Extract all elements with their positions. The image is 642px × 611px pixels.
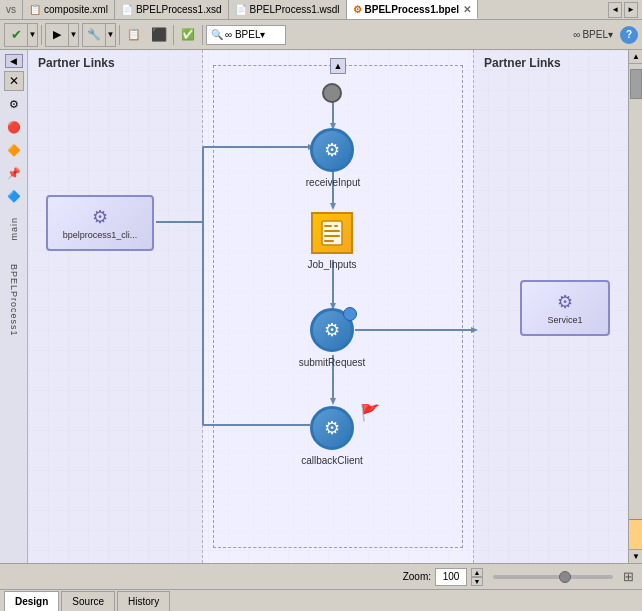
help-button[interactable]: ? [620, 26, 638, 44]
dropdown-label: ∞ BPEL▾ [225, 29, 265, 40]
svg-rect-19 [334, 225, 338, 227]
tab-bpel[interactable]: ⚙ BPELProcess1.bpel ✕ [347, 0, 478, 19]
toolbar-btn-4[interactable]: ⬛ [148, 24, 170, 46]
zoom-up-btn[interactable]: ▲ [471, 568, 483, 577]
receive-input-node[interactable]: ⚙ [310, 128, 354, 172]
submit-badge [343, 307, 357, 321]
palette-label-bpel: BPELProcess1 [9, 264, 19, 337]
palette-icon-5[interactable]: 📌 [4, 163, 24, 183]
zoom-fit-icon[interactable]: ⊞ [623, 569, 634, 584]
partner-box-right[interactable]: ⚙ Service1 [520, 280, 610, 336]
zoom-input[interactable] [435, 568, 467, 586]
palette-label-main: main [9, 217, 19, 241]
palette-icon-4[interactable]: 🔶 [4, 140, 24, 160]
partner-box-right-icon: ⚙ [557, 291, 573, 313]
dropdown-icon: 🔍 [211, 29, 223, 40]
xsd-icon: 📄 [121, 4, 133, 15]
scroll-track [629, 64, 642, 519]
scroll-thumb[interactable] [630, 69, 642, 99]
receive-input-icon: ⚙ [324, 139, 340, 161]
run-button[interactable]: ▶ [46, 24, 68, 46]
toolbar-btn-3[interactable]: 📋 [123, 24, 145, 46]
history-tab-label: History [128, 596, 159, 607]
save-dropdown[interactable]: ▼ [27, 24, 37, 46]
zoom-spinner: ▲ ▼ [471, 568, 483, 586]
tab-scroll-left[interactable]: ◄ [608, 2, 622, 18]
scroll-down-btn[interactable]: ▼ [629, 549, 642, 563]
status-bar: Zoom: ▲ ▼ ⊞ [0, 563, 642, 589]
partner-box-left[interactable]: ⚙ bpelprocess1_cli... [46, 195, 154, 251]
component-dropdown[interactable]: 🔍 ∞ BPEL▾ [206, 25, 286, 45]
right-edge-bar [629, 519, 642, 549]
wsdl-icon: 📄 [235, 4, 247, 15]
partner-box-left-icon: ⚙ [92, 206, 108, 228]
canvas-area: Partner Links ⚙ bpelprocess1_cli... ▲ Pa… [28, 50, 628, 563]
receive-input-label: receiveInput [286, 177, 380, 188]
tab-nav-buttons: ◄ ► [604, 0, 642, 19]
tab-bar: vs 📋 composite.xml 📄 BPELProcess1.xsd 📄 … [0, 0, 642, 20]
bpel-close[interactable]: ✕ [463, 4, 471, 15]
callback-label: callbackClient [283, 455, 381, 466]
start-node [322, 83, 342, 103]
collapse-palette-btn[interactable]: ◀ [5, 54, 23, 68]
callback-flag: 🚩 [360, 403, 380, 422]
process-area: ▲ [203, 50, 473, 563]
process-collapse-btn[interactable]: ▲ [330, 58, 346, 74]
save-btn-group: ✔ ▼ [4, 23, 38, 47]
design-tab-label: Design [15, 596, 48, 607]
callback-node[interactable]: ⚙ [310, 406, 354, 450]
validate-button[interactable]: ✅ [177, 24, 199, 46]
svg-rect-21 [324, 235, 340, 237]
left-palette: ◀ ✕ ⚙ 🔴 🔶 📌 🔷 main BPELProcess1 [0, 50, 28, 563]
svg-rect-20 [324, 230, 340, 232]
palette-icon-6[interactable]: 🔷 [4, 186, 24, 206]
infinity-icon: ∞ [573, 29, 580, 40]
bottom-tab-bar: Design Source History [0, 589, 642, 611]
tab-xsd[interactable]: 📄 BPELProcess1.xsd [115, 0, 229, 19]
zoom-slider-track[interactable] [493, 575, 613, 579]
wsdl-label: BPELProcess1.wsdl [250, 4, 340, 15]
job-inputs-label: Job_Inputs [290, 259, 374, 270]
debug-button[interactable]: 🔧 [83, 24, 105, 46]
debug-dropdown[interactable]: ▼ [105, 24, 115, 46]
palette-icon-1[interactable]: ✕ [4, 71, 24, 91]
bpel-text: BPEL▾ [582, 29, 613, 40]
right-scrollbar: ▲ ▼ [628, 50, 642, 563]
submit-request-icon: ⚙ [324, 319, 340, 341]
partner-links-right-header: Partner Links [474, 50, 628, 76]
save-button[interactable]: ✔ [5, 24, 27, 46]
zoom-slider-thumb[interactable] [559, 571, 571, 583]
callback-icon: ⚙ [324, 417, 340, 439]
job-inputs-node-fix[interactable] [311, 212, 353, 254]
composite-icon: 📋 [29, 4, 41, 15]
submit-request-node[interactable]: ⚙ [310, 308, 354, 352]
composite-label: composite.xml [44, 4, 108, 15]
source-tab-label: Source [72, 596, 104, 607]
main-content: ◀ ✕ ⚙ 🔴 🔶 📌 🔷 main BPELProcess1 Partner … [0, 50, 642, 563]
scroll-up-btn[interactable]: ▲ [629, 50, 642, 64]
partner-links-left-header: Partner Links [28, 50, 202, 76]
zoom-down-btn[interactable]: ▼ [471, 577, 483, 586]
bpel-icon: ⚙ [353, 4, 362, 15]
tab-source[interactable]: Source [61, 591, 115, 611]
palette-icon-2[interactable]: ⚙ [4, 94, 24, 114]
partner-links-left-panel: Partner Links ⚙ bpelprocess1_cli... [28, 50, 203, 563]
svg-rect-18 [324, 225, 332, 227]
partner-links-right-panel: Partner Links ⚙ Service1 [473, 50, 628, 563]
tab-scroll-right[interactable]: ► [624, 2, 638, 18]
tab-composite[interactable]: 📋 composite.xml [23, 0, 115, 19]
btn-group-2: 🔧 ▼ [82, 23, 116, 47]
tab-vs: vs [0, 0, 23, 19]
svg-rect-22 [324, 240, 334, 242]
partner-box-right-label: Service1 [547, 315, 582, 325]
zoom-label: Zoom: [403, 571, 431, 582]
toolbar: ✔ ▼ ▶ ▼ 🔧 ▼ 📋 ⬛ ✅ 🔍 ∞ BPEL▾ ∞ BPEL▾ ? [0, 20, 642, 50]
tab-history[interactable]: History [117, 591, 170, 611]
palette-icon-3[interactable]: 🔴 [4, 117, 24, 137]
bpel-toolbar-label: ∞ BPEL▾ [569, 29, 617, 40]
tab-design[interactable]: Design [4, 591, 59, 611]
tab-wsdl[interactable]: 📄 BPELProcess1.wsdl [229, 0, 347, 19]
run-dropdown[interactable]: ▼ [68, 24, 78, 46]
assign-svg [318, 219, 346, 247]
partner-box-left-label: bpelprocess1_cli... [63, 230, 138, 240]
